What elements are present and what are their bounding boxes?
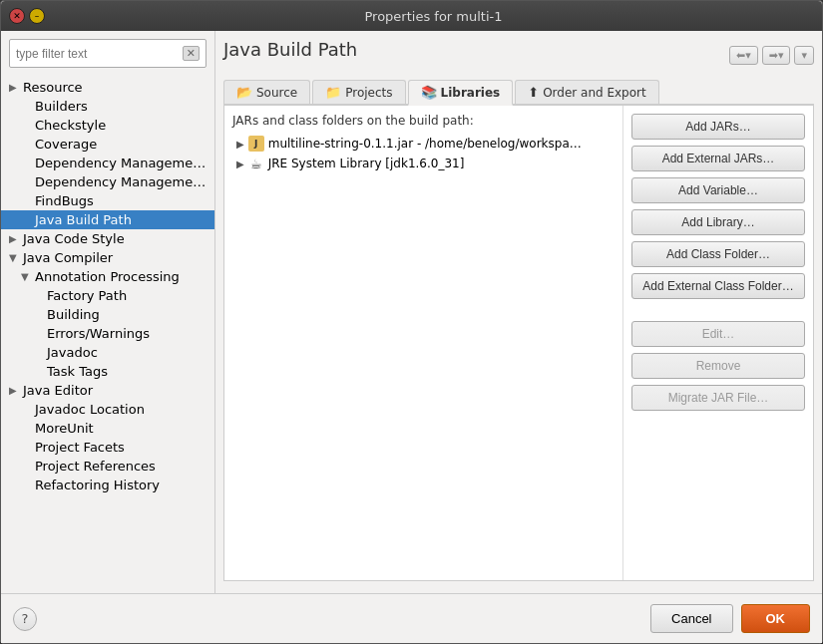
sidebar-item-refactoring-history[interactable]: Refactoring History bbox=[1, 476, 214, 494]
tree-arrow: ▶ bbox=[9, 82, 19, 93]
library-item-multiline-jar[interactable]: ▶Jmultiline-string-0.1.1.jar - /home/ben… bbox=[232, 134, 615, 154]
cancel-button[interactable]: Cancel bbox=[650, 604, 732, 633]
properties-dialog: ✕ – Properties for multi-1 ✕ ▶ResourceBu… bbox=[0, 0, 823, 644]
order-export-tab-label: Order and Export bbox=[543, 86, 646, 100]
sidebar-tree: ▶ResourceBuildersCheckstyleCoverageDepen… bbox=[1, 76, 214, 593]
window-controls: ✕ – bbox=[9, 8, 45, 24]
dialog-buttons: Cancel OK bbox=[650, 604, 810, 633]
sidebar: ✕ ▶ResourceBuildersCheckstyleCoverageDep… bbox=[1, 31, 215, 593]
tree-arrow: ▼ bbox=[21, 271, 31, 282]
sidebar-item-label: Project Facets bbox=[35, 440, 125, 455]
sidebar-item-task-tags[interactable]: Task Tags bbox=[1, 362, 214, 381]
sidebar-item-label: Annotation Processing bbox=[35, 269, 180, 284]
sidebar-item-errors-warnings[interactable]: Errors/Warnings bbox=[1, 324, 214, 343]
sidebar-item-label: Factory Path bbox=[47, 288, 127, 303]
add-external-class-folder-button[interactable]: Add External Class Folder… bbox=[631, 273, 805, 299]
sidebar-item-dependency-mgmt1[interactable]: Dependency Manageme… bbox=[1, 154, 214, 172]
sidebar-item-label: Task Tags bbox=[47, 364, 108, 379]
sidebar-item-moreunit[interactable]: MoreUnit bbox=[1, 419, 214, 438]
expand-icon: ▶ bbox=[236, 159, 244, 169]
sidebar-item-label: Javadoc bbox=[47, 345, 98, 360]
close-button[interactable]: ✕ bbox=[9, 8, 25, 24]
sidebar-item-factory-path[interactable]: Factory Path bbox=[1, 286, 214, 305]
ok-button[interactable]: OK bbox=[741, 604, 811, 633]
edit-button: Edit… bbox=[631, 321, 805, 347]
tabs: 📂Source📁Projects📚Libraries⬆Order and Exp… bbox=[223, 80, 814, 106]
add-class-folder-button[interactable]: Add Class Folder… bbox=[631, 241, 805, 267]
nav-arrows: ⬅▾ ➡▾ ▾ bbox=[729, 46, 814, 65]
sidebar-item-label: Dependency Manageme… bbox=[35, 174, 206, 189]
source-tab-icon: 📂 bbox=[236, 85, 252, 100]
window-title: Properties for multi-1 bbox=[53, 9, 814, 24]
sidebar-item-java-editor[interactable]: ▶Java Editor bbox=[1, 381, 214, 400]
filter-input[interactable] bbox=[16, 47, 183, 61]
add-library-button[interactable]: Add Library… bbox=[631, 209, 805, 235]
sidebar-item-project-facets[interactable]: Project Facets bbox=[1, 438, 214, 457]
content-area: JARs and class folders on the build path… bbox=[223, 106, 814, 581]
titlebar: ✕ – Properties for multi-1 bbox=[1, 1, 822, 31]
sidebar-item-javadoc[interactable]: Javadoc bbox=[1, 343, 214, 362]
sidebar-item-label: Building bbox=[47, 307, 100, 322]
main-content: ✕ ▶ResourceBuildersCheckstyleCoverageDep… bbox=[1, 31, 822, 593]
sidebar-item-label: FindBugs bbox=[35, 193, 94, 208]
filter-clear-button[interactable]: ✕ bbox=[183, 46, 200, 61]
forward-button[interactable]: ➡▾ bbox=[762, 46, 791, 65]
jar-icon: J bbox=[248, 136, 264, 152]
add-jars-button[interactable]: Add JARs… bbox=[631, 114, 805, 140]
menu-button[interactable]: ▾ bbox=[794, 46, 814, 65]
sidebar-item-javadoc-location[interactable]: Javadoc Location bbox=[1, 400, 214, 419]
projects-tab-label: Projects bbox=[345, 86, 392, 100]
tree-arrow: ▶ bbox=[9, 385, 19, 396]
sidebar-item-label: Project References bbox=[35, 459, 156, 474]
panel-header: Java Build Path ⬅▾ ➡▾ ▾ bbox=[223, 39, 814, 72]
sidebar-item-label: MoreUnit bbox=[35, 421, 94, 436]
tab-libraries[interactable]: 📚Libraries bbox=[408, 80, 514, 106]
sidebar-item-checkstyle[interactable]: Checkstyle bbox=[1, 116, 214, 135]
tab-projects[interactable]: 📁Projects bbox=[312, 80, 405, 104]
sidebar-item-dependency-mgmt2[interactable]: Dependency Manageme… bbox=[1, 172, 214, 191]
library-list: ▶Jmultiline-string-0.1.1.jar - /home/ben… bbox=[232, 134, 615, 173]
tab-source[interactable]: 📂Source bbox=[223, 80, 310, 104]
button-spacer bbox=[631, 305, 805, 315]
libraries-tab-icon: 📚 bbox=[421, 85, 437, 100]
sidebar-item-coverage[interactable]: Coverage bbox=[1, 135, 214, 154]
button-panel: Add JARs…Add External JARs…Add Variable…… bbox=[623, 106, 813, 580]
sidebar-item-resource[interactable]: ▶Resource bbox=[1, 78, 214, 97]
tree-arrow: ▶ bbox=[9, 233, 19, 244]
library-label: JRE System Library [jdk1.6.0_31] bbox=[268, 157, 465, 170]
jre-icon: ☕ bbox=[248, 156, 264, 171]
sidebar-item-label: Coverage bbox=[35, 137, 97, 152]
right-panel: Java Build Path ⬅▾ ➡▾ ▾ 📂Source📁Projects… bbox=[215, 31, 822, 593]
panel-title: Java Build Path bbox=[223, 39, 357, 64]
library-label: multiline-string-0.1.1.jar - /home/benel… bbox=[268, 137, 582, 151]
sidebar-item-annotation-processing[interactable]: ▼Annotation Processing bbox=[1, 267, 214, 286]
order-export-tab-icon: ⬆ bbox=[528, 85, 539, 100]
sidebar-item-label: Builders bbox=[35, 99, 88, 114]
sidebar-item-findbugs[interactable]: FindBugs bbox=[1, 191, 214, 210]
sidebar-item-label: Refactoring History bbox=[35, 478, 160, 492]
filter-box[interactable]: ✕ bbox=[9, 39, 206, 68]
tab-order-export[interactable]: ⬆Order and Export bbox=[515, 80, 659, 104]
projects-tab-icon: 📁 bbox=[325, 85, 341, 100]
description-label: JARs and class folders on the build path… bbox=[232, 114, 615, 128]
back-button[interactable]: ⬅▾ bbox=[729, 46, 758, 65]
sidebar-item-label: Java Editor bbox=[23, 383, 93, 398]
minimize-button[interactable]: – bbox=[29, 8, 45, 24]
sidebar-item-builders[interactable]: Builders bbox=[1, 97, 214, 116]
sidebar-item-building[interactable]: Building bbox=[1, 305, 214, 324]
sidebar-item-java-compiler[interactable]: ▼Java Compiler bbox=[1, 248, 214, 267]
bottom-bar: ? Cancel OK bbox=[1, 593, 822, 643]
add-external-jars-button[interactable]: Add External JARs… bbox=[631, 146, 805, 171]
migrate-jar-button: Migrate JAR File… bbox=[631, 385, 805, 411]
sidebar-item-label: Errors/Warnings bbox=[47, 326, 150, 341]
help-button[interactable]: ? bbox=[13, 607, 37, 631]
sidebar-item-project-references[interactable]: Project References bbox=[1, 457, 214, 476]
libraries-panel: JARs and class folders on the build path… bbox=[224, 106, 623, 580]
sidebar-item-java-build-path[interactable]: Java Build Path bbox=[1, 210, 214, 229]
tree-arrow: ▼ bbox=[9, 252, 19, 263]
sidebar-item-label: Checkstyle bbox=[35, 118, 106, 133]
sidebar-item-label: Java Compiler bbox=[23, 250, 113, 265]
sidebar-item-java-code-style[interactable]: ▶Java Code Style bbox=[1, 229, 214, 248]
add-variable-button[interactable]: Add Variable… bbox=[631, 177, 805, 203]
library-item-jre-system[interactable]: ▶☕JRE System Library [jdk1.6.0_31] bbox=[232, 154, 615, 173]
